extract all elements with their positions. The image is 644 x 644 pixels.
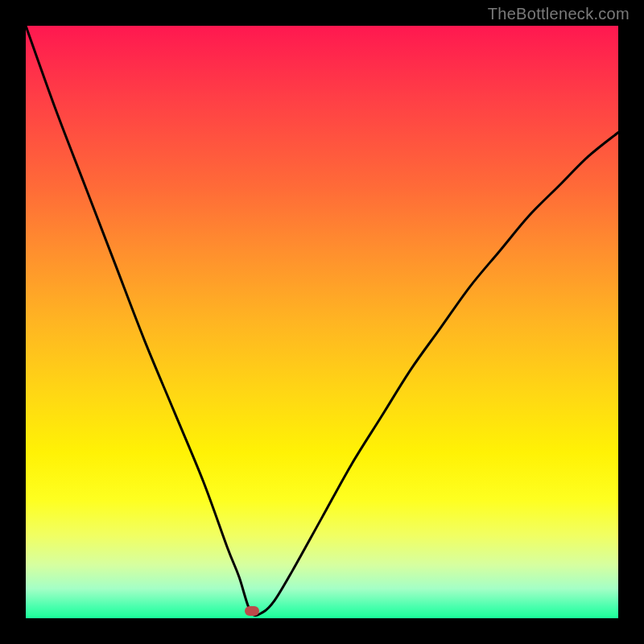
chart-frame: TheBottleneck.com: [0, 0, 644, 644]
plot-area: [26, 26, 618, 618]
watermark-label: TheBottleneck.com: [488, 5, 630, 23]
curve-path: [26, 26, 618, 616]
bottleneck-curve: [26, 26, 618, 618]
optimal-point-marker: [245, 606, 259, 616]
